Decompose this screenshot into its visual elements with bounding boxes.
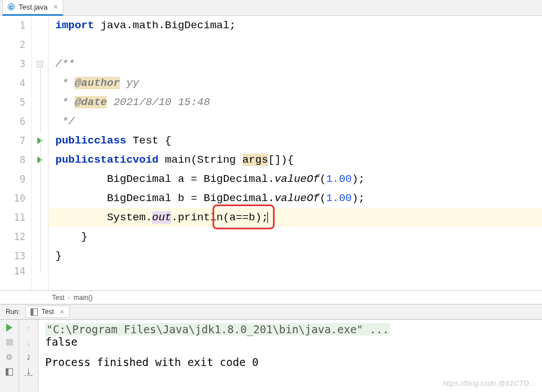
scroll-up-icon[interactable]: ↑ (24, 323, 33, 332)
chevron-right-icon: › (68, 294, 70, 302)
line-number: 3 (0, 54, 31, 73)
run-toolbar-secondary: ↑ ↓ ⤸ ⭳ (19, 320, 38, 392)
line-number: 14 (0, 265, 31, 277)
line-number: 12 (0, 227, 31, 246)
line-number: 4 (0, 73, 31, 93)
code-line[interactable]: * @author yy (49, 73, 542, 93)
run-config-tab[interactable]: Test × (25, 306, 69, 318)
close-icon[interactable]: × (53, 2, 58, 11)
breadcrumb-item[interactable]: main() (73, 294, 93, 302)
code-line[interactable]: import java.math.BigDecimal; (49, 16, 542, 35)
settings-icon[interactable]: ⚙ (5, 352, 14, 361)
export-icon[interactable]: ⭳ (24, 367, 33, 376)
line-number: 2 (0, 35, 31, 54)
file-tab-test-java[interactable]: C Test.java × (2, 0, 63, 16)
code-line[interactable]: /** (49, 54, 542, 73)
code-line[interactable]: public static void main(String args[]){ (49, 150, 542, 169)
run-toolwindow-header: Run: Test × (0, 304, 542, 320)
run-config-name: Test (41, 308, 54, 316)
editor-tab-bar: C Test.java × (0, 0, 542, 16)
layout-icon[interactable] (5, 367, 14, 376)
close-icon[interactable]: × (59, 307, 64, 316)
stop-icon[interactable] (5, 338, 14, 347)
run-toolwindow: ⚙ ↑ ↓ ⤸ ⭳ "C:\Program Files\Java\jdk1.8.… (0, 320, 542, 392)
breadcrumb: Test › main() (0, 290, 542, 304)
code-line[interactable]: } (49, 246, 542, 265)
line-number: 13 (0, 246, 31, 265)
line-number: 6 (0, 112, 31, 131)
run-label: Run: (6, 308, 20, 316)
annotation-highlight-box (213, 204, 275, 229)
java-class-icon: C (7, 3, 15, 11)
scroll-down-icon[interactable]: ↓ (24, 338, 33, 347)
line-number: 8 (0, 150, 31, 169)
code-line[interactable] (49, 265, 542, 277)
line-number: 1 (0, 16, 31, 35)
code-line[interactable]: public class Test { (49, 131, 542, 150)
code-line[interactable] (49, 35, 542, 54)
run-toolbar-primary: ⚙ (0, 320, 19, 392)
console-line: false (45, 336, 535, 348)
fold-guide (40, 137, 41, 272)
console-command: "C:\Program Files\Java\jdk1.8.0_201\bin\… (45, 323, 390, 336)
line-number-gutter: 1 2 3 4 5 6 7 8 9 10 11 12 13 14 (0, 16, 32, 290)
line-number: 9 (0, 169, 31, 189)
marker-gutter: − (32, 16, 49, 290)
console-output[interactable]: "C:\Program Files\Java\jdk1.8.0_201\bin\… (38, 320, 542, 392)
breadcrumb-item[interactable]: Test (52, 294, 64, 302)
line-number: 5 (0, 93, 31, 112)
code-line[interactable]: * @date 2021/8/10 15:48 (49, 93, 542, 112)
code-line[interactable]: System.out.println(a==b); (49, 208, 542, 227)
line-number: 11 (0, 208, 31, 227)
fold-guide (40, 60, 41, 133)
code-line[interactable]: BigDecimal b = BigDecimal.valueOf(1.00); (49, 189, 542, 208)
line-number: 7 (0, 131, 31, 150)
console-exit-line: Process finished with exit code 0 (45, 356, 535, 368)
code-text-area[interactable]: import java.math.BigDecimal; /** * @auth… (49, 16, 542, 290)
code-line[interactable]: */ (49, 112, 542, 131)
file-tab-label: Test.java (19, 3, 47, 11)
code-line[interactable]: } (49, 227, 542, 246)
soft-wrap-icon[interactable]: ⤸ (24, 352, 33, 361)
line-number: 10 (0, 189, 31, 208)
code-line[interactable]: BigDecimal a = BigDecimal.valueOf(1.00); (49, 169, 542, 189)
code-editor[interactable]: 1 2 3 4 5 6 7 8 9 10 11 12 13 14 − impor… (0, 16, 542, 290)
run-config-icon (31, 308, 38, 316)
svg-text:C: C (10, 5, 14, 10)
rerun-icon[interactable] (5, 323, 14, 332)
